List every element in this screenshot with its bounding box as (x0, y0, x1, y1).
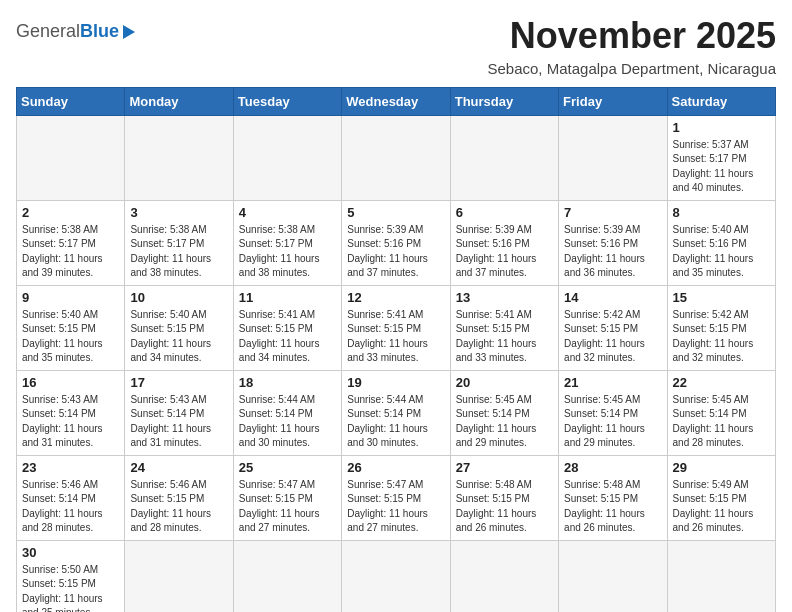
day-number: 16 (22, 375, 119, 390)
day-number: 29 (673, 460, 770, 475)
day-cell: 18Sunrise: 5:44 AMSunset: 5:14 PMDayligh… (233, 370, 341, 455)
day-number: 5 (347, 205, 444, 220)
day-cell: 17Sunrise: 5:43 AMSunset: 5:14 PMDayligh… (125, 370, 233, 455)
day-cell: 4Sunrise: 5:38 AMSunset: 5:17 PMDaylight… (233, 200, 341, 285)
empty-cell (233, 115, 341, 200)
day-cell: 1Sunrise: 5:37 AMSunset: 5:17 PMDaylight… (667, 115, 775, 200)
weekday-header-wednesday: Wednesday (342, 87, 450, 115)
day-cell: 6Sunrise: 5:39 AMSunset: 5:16 PMDaylight… (450, 200, 558, 285)
day-cell: 19Sunrise: 5:44 AMSunset: 5:14 PMDayligh… (342, 370, 450, 455)
location-text: Sebaco, Matagalpa Department, Nicaragua (487, 60, 776, 77)
day-cell: 5Sunrise: 5:39 AMSunset: 5:16 PMDaylight… (342, 200, 450, 285)
day-number: 28 (564, 460, 661, 475)
weekday-header-saturday: Saturday (667, 87, 775, 115)
empty-cell (342, 115, 450, 200)
day-cell: 25Sunrise: 5:47 AMSunset: 5:15 PMDayligh… (233, 455, 341, 540)
day-number: 23 (22, 460, 119, 475)
day-cell: 22Sunrise: 5:45 AMSunset: 5:14 PMDayligh… (667, 370, 775, 455)
day-info: Sunrise: 5:42 AMSunset: 5:15 PMDaylight:… (673, 308, 770, 366)
day-number: 21 (564, 375, 661, 390)
month-title: November 2025 (487, 16, 776, 56)
calendar-row: 2Sunrise: 5:38 AMSunset: 5:17 PMDaylight… (17, 200, 776, 285)
empty-cell (233, 540, 341, 612)
weekday-header-friday: Friday (559, 87, 667, 115)
title-area: November 2025 Sebaco, Matagalpa Departme… (487, 16, 776, 77)
day-info: Sunrise: 5:45 AMSunset: 5:14 PMDaylight:… (673, 393, 770, 451)
day-info: Sunrise: 5:46 AMSunset: 5:15 PMDaylight:… (130, 478, 227, 536)
day-info: Sunrise: 5:50 AMSunset: 5:15 PMDaylight:… (22, 563, 119, 612)
empty-cell (667, 540, 775, 612)
day-number: 10 (130, 290, 227, 305)
empty-cell (559, 540, 667, 612)
empty-cell (342, 540, 450, 612)
day-number: 14 (564, 290, 661, 305)
day-number: 22 (673, 375, 770, 390)
day-number: 27 (456, 460, 553, 475)
day-cell: 10Sunrise: 5:40 AMSunset: 5:15 PMDayligh… (125, 285, 233, 370)
day-cell: 20Sunrise: 5:45 AMSunset: 5:14 PMDayligh… (450, 370, 558, 455)
logo: General Blue (16, 16, 135, 40)
empty-cell (559, 115, 667, 200)
day-info: Sunrise: 5:40 AMSunset: 5:16 PMDaylight:… (673, 223, 770, 281)
day-number: 6 (456, 205, 553, 220)
weekday-header-monday: Monday (125, 87, 233, 115)
weekday-header-row: SundayMondayTuesdayWednesdayThursdayFrid… (17, 87, 776, 115)
day-info: Sunrise: 5:40 AMSunset: 5:15 PMDaylight:… (22, 308, 119, 366)
day-number: 8 (673, 205, 770, 220)
day-number: 19 (347, 375, 444, 390)
day-number: 15 (673, 290, 770, 305)
day-cell: 8Sunrise: 5:40 AMSunset: 5:16 PMDaylight… (667, 200, 775, 285)
day-number: 9 (22, 290, 119, 305)
day-cell: 9Sunrise: 5:40 AMSunset: 5:15 PMDaylight… (17, 285, 125, 370)
calendar-row: 16Sunrise: 5:43 AMSunset: 5:14 PMDayligh… (17, 370, 776, 455)
day-info: Sunrise: 5:39 AMSunset: 5:16 PMDaylight:… (347, 223, 444, 281)
day-info: Sunrise: 5:45 AMSunset: 5:14 PMDaylight:… (564, 393, 661, 451)
day-number: 17 (130, 375, 227, 390)
day-info: Sunrise: 5:39 AMSunset: 5:16 PMDaylight:… (456, 223, 553, 281)
day-cell: 26Sunrise: 5:47 AMSunset: 5:15 PMDayligh… (342, 455, 450, 540)
day-cell: 7Sunrise: 5:39 AMSunset: 5:16 PMDaylight… (559, 200, 667, 285)
day-cell: 12Sunrise: 5:41 AMSunset: 5:15 PMDayligh… (342, 285, 450, 370)
header: General Blue November 2025 Sebaco, Matag… (16, 16, 776, 77)
day-number: 3 (130, 205, 227, 220)
day-cell: 28Sunrise: 5:48 AMSunset: 5:15 PMDayligh… (559, 455, 667, 540)
empty-cell (450, 115, 558, 200)
day-cell: 16Sunrise: 5:43 AMSunset: 5:14 PMDayligh… (17, 370, 125, 455)
day-cell: 15Sunrise: 5:42 AMSunset: 5:15 PMDayligh… (667, 285, 775, 370)
weekday-header-tuesday: Tuesday (233, 87, 341, 115)
day-cell: 14Sunrise: 5:42 AMSunset: 5:15 PMDayligh… (559, 285, 667, 370)
day-info: Sunrise: 5:39 AMSunset: 5:16 PMDaylight:… (564, 223, 661, 281)
calendar-row: 1Sunrise: 5:37 AMSunset: 5:17 PMDaylight… (17, 115, 776, 200)
day-cell: 2Sunrise: 5:38 AMSunset: 5:17 PMDaylight… (17, 200, 125, 285)
day-info: Sunrise: 5:47 AMSunset: 5:15 PMDaylight:… (239, 478, 336, 536)
day-number: 24 (130, 460, 227, 475)
day-cell: 30Sunrise: 5:50 AMSunset: 5:15 PMDayligh… (17, 540, 125, 612)
calendar-row: 30Sunrise: 5:50 AMSunset: 5:15 PMDayligh… (17, 540, 776, 612)
day-number: 13 (456, 290, 553, 305)
day-number: 11 (239, 290, 336, 305)
empty-cell (17, 115, 125, 200)
day-number: 26 (347, 460, 444, 475)
logo-general-text: General (16, 22, 80, 40)
day-cell: 3Sunrise: 5:38 AMSunset: 5:17 PMDaylight… (125, 200, 233, 285)
day-info: Sunrise: 5:47 AMSunset: 5:15 PMDaylight:… (347, 478, 444, 536)
day-info: Sunrise: 5:43 AMSunset: 5:14 PMDaylight:… (130, 393, 227, 451)
logo-blue-text: Blue (80, 22, 119, 40)
day-number: 2 (22, 205, 119, 220)
day-info: Sunrise: 5:49 AMSunset: 5:15 PMDaylight:… (673, 478, 770, 536)
empty-cell (125, 540, 233, 612)
weekday-header-thursday: Thursday (450, 87, 558, 115)
day-info: Sunrise: 5:37 AMSunset: 5:17 PMDaylight:… (673, 138, 770, 196)
day-info: Sunrise: 5:44 AMSunset: 5:14 PMDaylight:… (347, 393, 444, 451)
logo-triangle-icon (123, 25, 135, 39)
day-info: Sunrise: 5:42 AMSunset: 5:15 PMDaylight:… (564, 308, 661, 366)
empty-cell (125, 115, 233, 200)
day-number: 1 (673, 120, 770, 135)
day-cell: 13Sunrise: 5:41 AMSunset: 5:15 PMDayligh… (450, 285, 558, 370)
day-info: Sunrise: 5:38 AMSunset: 5:17 PMDaylight:… (130, 223, 227, 281)
day-info: Sunrise: 5:38 AMSunset: 5:17 PMDaylight:… (22, 223, 119, 281)
day-cell: 23Sunrise: 5:46 AMSunset: 5:14 PMDayligh… (17, 455, 125, 540)
day-number: 4 (239, 205, 336, 220)
day-info: Sunrise: 5:41 AMSunset: 5:15 PMDaylight:… (239, 308, 336, 366)
day-cell: 11Sunrise: 5:41 AMSunset: 5:15 PMDayligh… (233, 285, 341, 370)
